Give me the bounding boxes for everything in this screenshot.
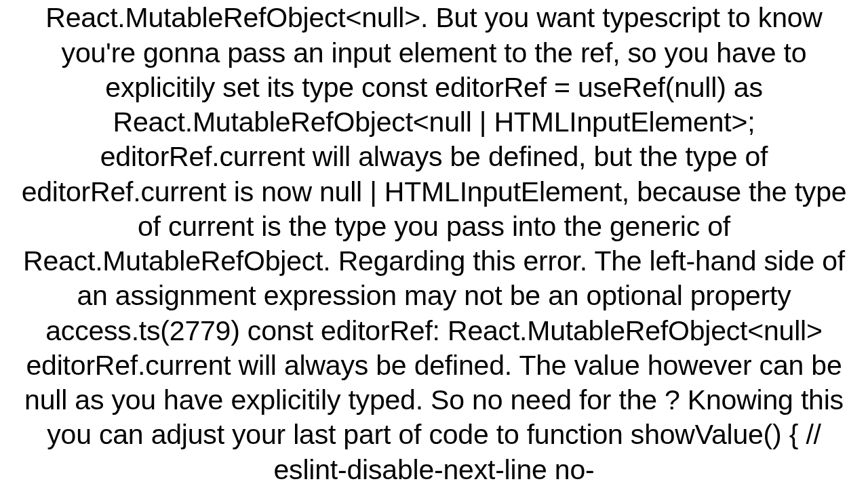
document-page: React.MutableRefObject<null>. But you wa…: [0, 0, 868, 488]
document-body-text: React.MutableRefObject<null>. But you wa…: [14, 1, 854, 487]
